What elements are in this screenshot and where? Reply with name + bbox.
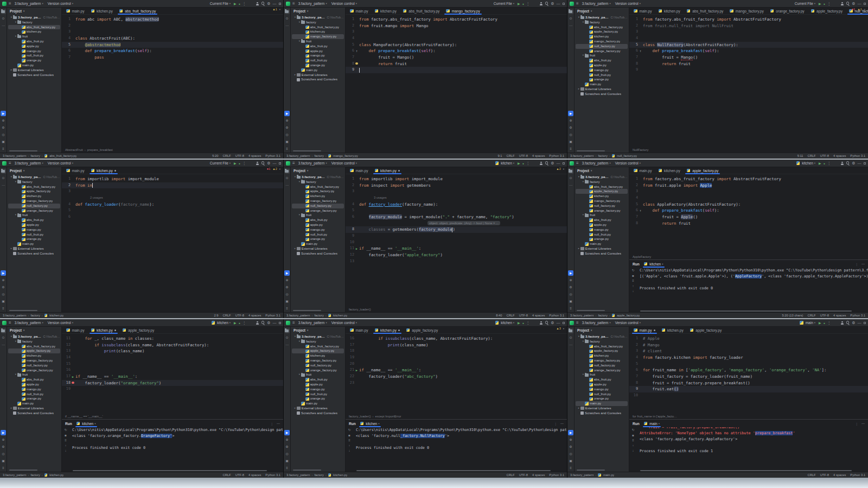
status-path-segment[interactable]: 3.factory_pattern — [570, 473, 594, 477]
minimize-button[interactable]: — — [858, 321, 861, 325]
settings-gear-icon[interactable]: ⚙ — [267, 2, 270, 6]
python-console-tool-icon[interactable]: ◎ — [1, 452, 6, 457]
python-console-tool-icon[interactable]: ◎ — [1, 132, 6, 137]
indent-indicator[interactable]: 4 spaces — [833, 473, 846, 477]
down-stack-icon[interactable]: ↓ — [65, 449, 67, 453]
more-options-icon[interactable]: ⋮ — [554, 422, 557, 426]
tree-item[interactable]: null_fruit.py — [576, 232, 628, 237]
run-tool-icon[interactable]: ▶ — [284, 111, 290, 116]
tree-item[interactable]: ▾fruit — [8, 213, 60, 218]
services-tool-icon[interactable]: ⚙ — [1, 445, 6, 449]
terminal-tool-icon[interactable]: ▣ — [285, 140, 290, 144]
code-line[interactable]: 1from factory.abs_fruit_factory import A… — [629, 176, 868, 182]
commit-tool-icon[interactable]: ⊙ — [569, 176, 573, 181]
commit-tool-icon[interactable]: ⊙ — [1, 335, 6, 340]
tree-item[interactable]: abs_fruit.py — [292, 44, 344, 49]
main-menu-icon[interactable]: ≡ — [576, 2, 579, 6]
tree-item[interactable]: abs_fruit.py — [8, 377, 60, 382]
warning-count-badge[interactable]: ▲1 — [272, 8, 277, 11]
tree-item[interactable]: kitchen.py — [8, 353, 60, 358]
editor-tab[interactable]: mango_factory.py — [726, 8, 767, 14]
indent-indicator[interactable]: 4 spaces — [248, 314, 261, 317]
tree-item[interactable]: ▾factory — [8, 180, 60, 185]
settings-gear-icon[interactable]: ⚙ — [852, 2, 855, 6]
tree-item[interactable]: kitchen.py — [292, 353, 344, 358]
interpreter-indicator[interactable]: Python 3.1 — [549, 154, 564, 157]
caret-position[interactable]: 9:1 — [497, 154, 502, 157]
project-tool-icon[interactable] — [569, 169, 573, 174]
tree-item[interactable]: null_factory.py — [292, 363, 344, 368]
services-tool-icon[interactable]: ⚙ — [1, 125, 6, 130]
tree-item[interactable]: ▾3.factory_patternC:\YouTube\Py — [8, 334, 60, 339]
search-icon[interactable] — [846, 2, 850, 5]
tree-item[interactable]: apple.py — [292, 223, 344, 227]
main-menu-icon[interactable]: ≡ — [292, 161, 295, 166]
tree-item[interactable]: orange_factory.py — [576, 368, 628, 373]
user-account-icon[interactable] — [841, 321, 844, 325]
run-console[interactable]: C:\Users\nitis\AppData\Local\Programs\Py… — [637, 268, 868, 312]
tree-item[interactable]: orange.py — [8, 396, 60, 401]
tree-horizontal-scrollbar[interactable] — [577, 150, 605, 152]
code-line[interactable]: 3 — [346, 188, 567, 195]
indent-indicator[interactable]: 4 spaces — [532, 154, 545, 157]
version-control-selector[interactable]: Version control▾ — [614, 1, 642, 6]
editor-tab[interactable]: kitchen.py — [88, 8, 116, 14]
settings-gear-icon[interactable]: ⚙ — [267, 161, 270, 166]
tree-item[interactable]: main.py — [292, 68, 344, 73]
minimize-button[interactable]: — — [858, 161, 861, 166]
line-separator-indicator[interactable]: CRLF — [808, 154, 816, 157]
rerun-icon[interactable]: ↻ — [631, 428, 634, 432]
more-actions-icon[interactable]: ⋮ — [526, 161, 530, 166]
tree-item[interactable]: ▾3.factory_patternC:\YouTube\Py — [576, 15, 628, 20]
code-line[interactable]: 5 — [62, 207, 283, 214]
code-editor[interactable]: 1from importlib import import_module2fro… — [346, 174, 567, 307]
maximize-button[interactable] — [279, 322, 282, 324]
tree-item[interactable]: ▸External Libraries — [576, 246, 628, 251]
project-selector[interactable]: 3.factory_pattern▾ — [581, 1, 612, 6]
code-line[interactable]: 4def factory_loader(factory_name): — [62, 201, 283, 208]
error-count-badge[interactable]: ●1 — [267, 167, 270, 170]
indent-indicator[interactable]: 4 spaces — [833, 154, 846, 157]
tree-item[interactable]: Scratches and Consoles — [576, 251, 628, 256]
code-line[interactable]: 6 factory_module = import_module("." + f… — [346, 214, 567, 220]
tree-item[interactable]: main.py — [292, 242, 344, 246]
tree-item[interactable]: mango_factory.py — [8, 199, 60, 204]
line-separator-indicator[interactable]: CRLF — [808, 473, 816, 477]
tree-item[interactable]: ▾fruit — [292, 372, 344, 377]
status-path-segment[interactable]: factory — [598, 314, 607, 317]
code-line[interactable]: 7 pass — [62, 54, 283, 61]
code-line[interactable]: 16 — [62, 367, 283, 373]
tree-item[interactable]: ▾fruit — [292, 39, 344, 44]
more-actions-icon[interactable]: ⋮ — [242, 2, 246, 6]
tree-item[interactable]: abs_fruit.py — [8, 218, 60, 223]
project-panel-header[interactable]: Project▾ — [291, 327, 345, 334]
terminal-tool-icon[interactable]: ▣ — [285, 459, 290, 464]
run-tool-icon[interactable]: ▶ — [284, 270, 290, 276]
status-path-segment[interactable]: 3.factory_pattern — [286, 314, 310, 317]
interpreter-indicator[interactable]: Python 3.1 — [850, 314, 865, 317]
down-stack-icon[interactable]: ↓ — [633, 449, 634, 453]
services-tool-icon[interactable]: ⚙ — [285, 445, 290, 449]
project-panel-header[interactable]: Project▾ — [575, 327, 629, 334]
interpreter-indicator[interactable]: Python 3.1 — [549, 473, 564, 477]
run-configuration-selector[interactable]: Current File▾ — [209, 161, 232, 166]
code-line[interactable]: 10 — [629, 392, 868, 399]
debug-button[interactable]: ● — [824, 321, 825, 325]
status-path-segment[interactable]: kitchen.py — [333, 314, 347, 317]
tree-item[interactable]: ▾factory — [8, 20, 60, 25]
warning-count-badge[interactable]: ▲2 — [556, 167, 561, 170]
tree-item[interactable]: null_factory.py — [576, 44, 628, 49]
rerun-icon[interactable]: ↻ — [348, 428, 350, 432]
tree-item[interactable]: ▾fruit — [8, 34, 60, 39]
encoding-indicator[interactable]: UTF-8 — [820, 314, 829, 317]
warning-count-badge[interactable]: ▲3 — [556, 327, 561, 330]
tree-item[interactable]: ▾factory — [576, 180, 628, 185]
tree-item[interactable]: kitchen.py — [8, 29, 60, 34]
status-path-segment[interactable]: 3.factory_pattern — [3, 473, 27, 477]
project-panel-header[interactable]: Project▾ — [291, 8, 345, 15]
tree-item[interactable]: Scratches and Consoles — [292, 411, 344, 416]
user-account-icon[interactable] — [540, 162, 543, 165]
code-line[interactable]: 4def factory_loader(factory_name): — [346, 201, 567, 208]
run-button[interactable]: ▶ — [819, 161, 821, 166]
services-tool-icon[interactable]: ⚙ — [285, 285, 290, 290]
